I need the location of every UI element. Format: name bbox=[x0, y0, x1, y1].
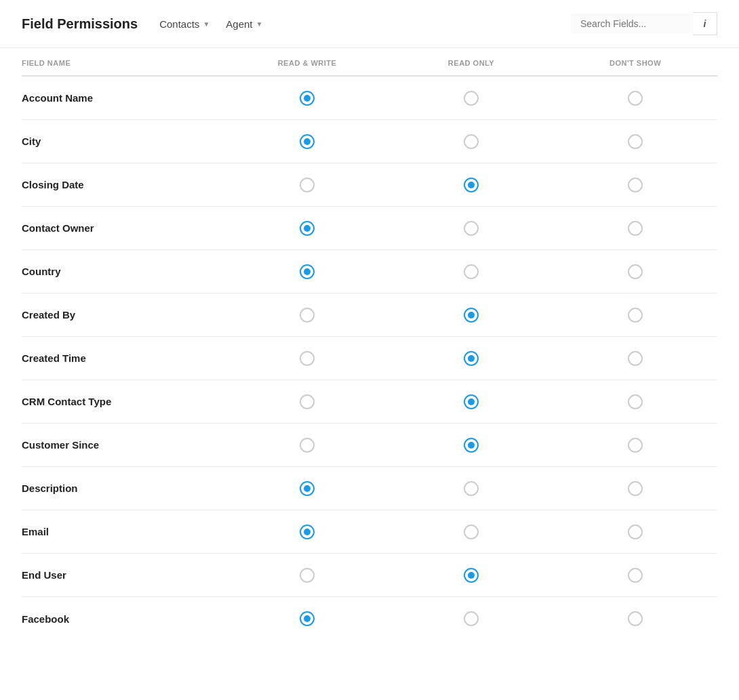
radio-cell-dont_show-3[interactable] bbox=[553, 221, 717, 236]
field-name-11: End User bbox=[22, 556, 225, 594]
radio-cell-read_write-0[interactable] bbox=[225, 91, 389, 106]
radio-cell-dont_show-5[interactable] bbox=[553, 308, 717, 323]
info-button[interactable]: i bbox=[693, 12, 717, 35]
radio-read_write-12[interactable] bbox=[300, 611, 315, 626]
contacts-dropdown[interactable]: Contacts ▼ bbox=[154, 16, 215, 33]
radio-cell-read_only-0[interactable] bbox=[389, 91, 553, 106]
radio-read_only-2[interactable] bbox=[464, 178, 479, 192]
radio-dont_show-12[interactable] bbox=[628, 611, 643, 626]
radio-cell-read_only-3[interactable] bbox=[389, 221, 553, 236]
radio-dont_show-0[interactable] bbox=[628, 91, 643, 106]
radio-cell-read_write-8[interactable] bbox=[225, 438, 389, 453]
radio-cell-dont_show-7[interactable] bbox=[553, 394, 717, 409]
radio-read_only-9[interactable] bbox=[464, 481, 479, 496]
radio-cell-read_only-2[interactable] bbox=[389, 178, 553, 192]
radio-cell-read_write-4[interactable] bbox=[225, 264, 389, 279]
table-row: City bbox=[22, 120, 717, 163]
radio-cell-dont_show-8[interactable] bbox=[553, 438, 717, 453]
radio-read_write-4[interactable] bbox=[300, 264, 315, 279]
radio-cell-read_only-6[interactable] bbox=[389, 351, 553, 366]
radio-dont_show-3[interactable] bbox=[628, 221, 643, 236]
field-name-2: Closing Date bbox=[22, 165, 225, 204]
radio-dont_show-5[interactable] bbox=[628, 308, 643, 323]
radio-cell-read_only-5[interactable] bbox=[389, 308, 553, 323]
radio-dont_show-4[interactable] bbox=[628, 264, 643, 279]
radio-dont_show-10[interactable] bbox=[628, 524, 643, 539]
radio-read_only-10[interactable] bbox=[464, 524, 479, 539]
radio-read_write-11[interactable] bbox=[300, 568, 315, 583]
radio-cell-read_only-1[interactable] bbox=[389, 134, 553, 149]
radio-read_write-8[interactable] bbox=[300, 438, 315, 453]
radio-read_write-0[interactable] bbox=[300, 91, 315, 106]
radio-read_only-4[interactable] bbox=[464, 264, 479, 279]
radio-read_only-6[interactable] bbox=[464, 351, 479, 366]
radio-read_write-2[interactable] bbox=[300, 178, 315, 192]
radio-cell-dont_show-6[interactable] bbox=[553, 351, 717, 366]
radio-cell-read_write-12[interactable] bbox=[225, 611, 389, 626]
radio-read_write-6[interactable] bbox=[300, 351, 315, 366]
radio-cell-read_write-11[interactable] bbox=[225, 568, 389, 583]
table-row: Created Time bbox=[22, 337, 717, 380]
radio-dont_show-1[interactable] bbox=[628, 134, 643, 149]
radio-cell-read_write-1[interactable] bbox=[225, 134, 389, 149]
radio-cell-read_write-9[interactable] bbox=[225, 481, 389, 496]
radio-cell-read_write-7[interactable] bbox=[225, 394, 389, 409]
table-body: Account Name City bbox=[22, 77, 717, 640]
table-row: Closing Date bbox=[22, 163, 717, 207]
radio-cell-dont_show-2[interactable] bbox=[553, 178, 717, 192]
radio-read_write-9[interactable] bbox=[300, 481, 315, 496]
radio-cell-dont_show-12[interactable] bbox=[553, 611, 717, 626]
col-header-dont-show: DON'T SHOW bbox=[553, 59, 717, 67]
radio-dont_show-11[interactable] bbox=[628, 568, 643, 583]
radio-cell-read_only-11[interactable] bbox=[389, 568, 553, 583]
radio-read_write-5[interactable] bbox=[300, 308, 315, 323]
table-row: Country bbox=[22, 250, 717, 293]
radio-cell-read_only-7[interactable] bbox=[389, 394, 553, 409]
agent-dropdown[interactable]: Agent ▼ bbox=[220, 16, 268, 33]
radio-dont_show-8[interactable] bbox=[628, 438, 643, 453]
radio-read_only-12[interactable] bbox=[464, 611, 479, 626]
radio-read_only-3[interactable] bbox=[464, 221, 479, 236]
radio-cell-read_write-3[interactable] bbox=[225, 221, 389, 236]
radio-cell-read_write-2[interactable] bbox=[225, 178, 389, 192]
radio-cell-read_only-10[interactable] bbox=[389, 524, 553, 539]
radio-cell-dont_show-9[interactable] bbox=[553, 481, 717, 496]
table-row: Customer Since bbox=[22, 424, 717, 467]
radio-cell-read_only-4[interactable] bbox=[389, 264, 553, 279]
radio-read_only-0[interactable] bbox=[464, 91, 479, 106]
field-name-4: Country bbox=[22, 252, 225, 291]
radio-dont_show-7[interactable] bbox=[628, 394, 643, 409]
table-row: Description bbox=[22, 467, 717, 510]
radio-read_write-1[interactable] bbox=[300, 134, 315, 149]
radio-cell-dont_show-1[interactable] bbox=[553, 134, 717, 149]
radio-read_write-3[interactable] bbox=[300, 221, 315, 236]
contacts-chevron-icon: ▼ bbox=[203, 20, 209, 28]
radio-read_only-7[interactable] bbox=[464, 394, 479, 409]
field-name-7: CRM Contact Type bbox=[22, 382, 225, 421]
radio-cell-read_only-8[interactable] bbox=[389, 438, 553, 453]
radio-cell-dont_show-0[interactable] bbox=[553, 91, 717, 106]
agent-chevron-icon: ▼ bbox=[256, 20, 262, 28]
radio-cell-dont_show-4[interactable] bbox=[553, 264, 717, 279]
radio-cell-read_only-9[interactable] bbox=[389, 481, 553, 496]
field-name-0: Account Name bbox=[22, 79, 225, 117]
radio-dont_show-9[interactable] bbox=[628, 481, 643, 496]
radio-read_write-10[interactable] bbox=[300, 524, 315, 539]
radio-cell-read_write-5[interactable] bbox=[225, 308, 389, 323]
radio-dont_show-2[interactable] bbox=[628, 178, 643, 192]
radio-read_write-7[interactable] bbox=[300, 394, 315, 409]
radio-cell-dont_show-11[interactable] bbox=[553, 568, 717, 583]
radio-cell-read_write-6[interactable] bbox=[225, 351, 389, 366]
search-input[interactable] bbox=[571, 14, 693, 34]
radio-cell-read_only-12[interactable] bbox=[389, 611, 553, 626]
radio-read_only-1[interactable] bbox=[464, 134, 479, 149]
radio-read_only-8[interactable] bbox=[464, 438, 479, 453]
radio-cell-dont_show-10[interactable] bbox=[553, 524, 717, 539]
radio-cell-read_write-10[interactable] bbox=[225, 524, 389, 539]
field-name-10: Email bbox=[22, 512, 225, 551]
radio-read_only-11[interactable] bbox=[464, 568, 479, 583]
radio-dont_show-6[interactable] bbox=[628, 351, 643, 366]
col-header-read-only: READ ONLY bbox=[389, 59, 553, 67]
field-name-1: City bbox=[22, 122, 225, 161]
radio-read_only-5[interactable] bbox=[464, 308, 479, 323]
